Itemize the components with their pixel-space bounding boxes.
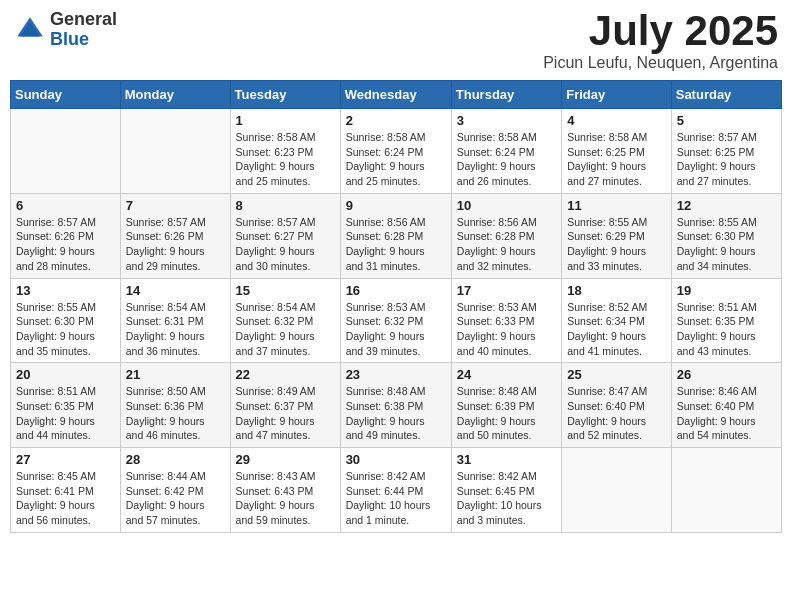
day-number: 5 (677, 113, 776, 128)
day-number: 3 (457, 113, 556, 128)
calendar-cell: 7Sunrise: 8:57 AM Sunset: 6:26 PM Daylig… (120, 193, 230, 278)
calendar-cell (120, 109, 230, 194)
cell-content: Sunrise: 8:57 AM Sunset: 6:26 PM Dayligh… (16, 215, 115, 274)
cell-content: Sunrise: 8:58 AM Sunset: 6:25 PM Dayligh… (567, 130, 666, 189)
calendar-cell: 11Sunrise: 8:55 AM Sunset: 6:29 PM Dayli… (562, 193, 672, 278)
calendar-cell: 2Sunrise: 8:58 AM Sunset: 6:24 PM Daylig… (340, 109, 451, 194)
cell-content: Sunrise: 8:47 AM Sunset: 6:40 PM Dayligh… (567, 384, 666, 443)
header: General Blue July 2025 Picun Leufu, Neuq… (10, 10, 782, 72)
cell-content: Sunrise: 8:45 AM Sunset: 6:41 PM Dayligh… (16, 469, 115, 528)
calendar-header-row: SundayMondayTuesdayWednesdayThursdayFrid… (11, 81, 782, 109)
cell-content: Sunrise: 8:57 AM Sunset: 6:25 PM Dayligh… (677, 130, 776, 189)
weekday-header-saturday: Saturday (671, 81, 781, 109)
cell-content: Sunrise: 8:51 AM Sunset: 6:35 PM Dayligh… (16, 384, 115, 443)
day-number: 15 (236, 283, 335, 298)
calendar-cell: 23Sunrise: 8:48 AM Sunset: 6:38 PM Dayli… (340, 363, 451, 448)
logo-text: General Blue (50, 10, 117, 50)
cell-content: Sunrise: 8:54 AM Sunset: 6:32 PM Dayligh… (236, 300, 335, 359)
calendar-cell: 17Sunrise: 8:53 AM Sunset: 6:33 PM Dayli… (451, 278, 561, 363)
calendar-cell: 4Sunrise: 8:58 AM Sunset: 6:25 PM Daylig… (562, 109, 672, 194)
calendar-table: SundayMondayTuesdayWednesdayThursdayFrid… (10, 80, 782, 533)
calendar-cell: 25Sunrise: 8:47 AM Sunset: 6:40 PM Dayli… (562, 363, 672, 448)
day-number: 8 (236, 198, 335, 213)
day-number: 12 (677, 198, 776, 213)
title-area: July 2025 Picun Leufu, Neuquen, Argentin… (543, 10, 778, 72)
day-number: 27 (16, 452, 115, 467)
day-number: 18 (567, 283, 666, 298)
day-number: 24 (457, 367, 556, 382)
day-number: 23 (346, 367, 446, 382)
location-subtitle: Picun Leufu, Neuquen, Argentina (543, 54, 778, 72)
cell-content: Sunrise: 8:58 AM Sunset: 6:24 PM Dayligh… (457, 130, 556, 189)
cell-content: Sunrise: 8:50 AM Sunset: 6:36 PM Dayligh… (126, 384, 225, 443)
cell-content: Sunrise: 8:53 AM Sunset: 6:33 PM Dayligh… (457, 300, 556, 359)
calendar-cell: 24Sunrise: 8:48 AM Sunset: 6:39 PM Dayli… (451, 363, 561, 448)
cell-content: Sunrise: 8:55 AM Sunset: 6:30 PM Dayligh… (677, 215, 776, 274)
calendar-week-row: 13Sunrise: 8:55 AM Sunset: 6:30 PM Dayli… (11, 278, 782, 363)
weekday-header-tuesday: Tuesday (230, 81, 340, 109)
calendar-cell: 14Sunrise: 8:54 AM Sunset: 6:31 PM Dayli… (120, 278, 230, 363)
calendar-cell: 22Sunrise: 8:49 AM Sunset: 6:37 PM Dayli… (230, 363, 340, 448)
day-number: 21 (126, 367, 225, 382)
calendar-cell: 16Sunrise: 8:53 AM Sunset: 6:32 PM Dayli… (340, 278, 451, 363)
calendar-cell (562, 448, 672, 533)
cell-content: Sunrise: 8:53 AM Sunset: 6:32 PM Dayligh… (346, 300, 446, 359)
cell-content: Sunrise: 8:58 AM Sunset: 6:23 PM Dayligh… (236, 130, 335, 189)
day-number: 9 (346, 198, 446, 213)
cell-content: Sunrise: 8:42 AM Sunset: 6:44 PM Dayligh… (346, 469, 446, 528)
calendar-cell: 1Sunrise: 8:58 AM Sunset: 6:23 PM Daylig… (230, 109, 340, 194)
calendar-cell: 3Sunrise: 8:58 AM Sunset: 6:24 PM Daylig… (451, 109, 561, 194)
cell-content: Sunrise: 8:49 AM Sunset: 6:37 PM Dayligh… (236, 384, 335, 443)
day-number: 1 (236, 113, 335, 128)
calendar-week-row: 20Sunrise: 8:51 AM Sunset: 6:35 PM Dayli… (11, 363, 782, 448)
cell-content: Sunrise: 8:46 AM Sunset: 6:40 PM Dayligh… (677, 384, 776, 443)
calendar-cell: 27Sunrise: 8:45 AM Sunset: 6:41 PM Dayli… (11, 448, 121, 533)
cell-content: Sunrise: 8:48 AM Sunset: 6:38 PM Dayligh… (346, 384, 446, 443)
cell-content: Sunrise: 8:48 AM Sunset: 6:39 PM Dayligh… (457, 384, 556, 443)
day-number: 28 (126, 452, 225, 467)
cell-content: Sunrise: 8:43 AM Sunset: 6:43 PM Dayligh… (236, 469, 335, 528)
weekday-header-friday: Friday (562, 81, 672, 109)
day-number: 19 (677, 283, 776, 298)
weekday-header-thursday: Thursday (451, 81, 561, 109)
day-number: 16 (346, 283, 446, 298)
day-number: 25 (567, 367, 666, 382)
calendar-cell: 30Sunrise: 8:42 AM Sunset: 6:44 PM Dayli… (340, 448, 451, 533)
day-number: 31 (457, 452, 556, 467)
calendar-week-row: 27Sunrise: 8:45 AM Sunset: 6:41 PM Dayli… (11, 448, 782, 533)
day-number: 6 (16, 198, 115, 213)
calendar-cell: 29Sunrise: 8:43 AM Sunset: 6:43 PM Dayli… (230, 448, 340, 533)
day-number: 10 (457, 198, 556, 213)
calendar-cell: 20Sunrise: 8:51 AM Sunset: 6:35 PM Dayli… (11, 363, 121, 448)
logo-general-text: General (50, 10, 117, 30)
calendar-cell: 10Sunrise: 8:56 AM Sunset: 6:28 PM Dayli… (451, 193, 561, 278)
calendar-cell: 19Sunrise: 8:51 AM Sunset: 6:35 PM Dayli… (671, 278, 781, 363)
calendar-cell: 8Sunrise: 8:57 AM Sunset: 6:27 PM Daylig… (230, 193, 340, 278)
cell-content: Sunrise: 8:54 AM Sunset: 6:31 PM Dayligh… (126, 300, 225, 359)
cell-content: Sunrise: 8:56 AM Sunset: 6:28 PM Dayligh… (457, 215, 556, 274)
cell-content: Sunrise: 8:57 AM Sunset: 6:26 PM Dayligh… (126, 215, 225, 274)
calendar-cell: 31Sunrise: 8:42 AM Sunset: 6:45 PM Dayli… (451, 448, 561, 533)
calendar-week-row: 6Sunrise: 8:57 AM Sunset: 6:26 PM Daylig… (11, 193, 782, 278)
cell-content: Sunrise: 8:51 AM Sunset: 6:35 PM Dayligh… (677, 300, 776, 359)
cell-content: Sunrise: 8:58 AM Sunset: 6:24 PM Dayligh… (346, 130, 446, 189)
cell-content: Sunrise: 8:44 AM Sunset: 6:42 PM Dayligh… (126, 469, 225, 528)
day-number: 13 (16, 283, 115, 298)
day-number: 30 (346, 452, 446, 467)
cell-content: Sunrise: 8:55 AM Sunset: 6:29 PM Dayligh… (567, 215, 666, 274)
cell-content: Sunrise: 8:57 AM Sunset: 6:27 PM Dayligh… (236, 215, 335, 274)
calendar-cell: 15Sunrise: 8:54 AM Sunset: 6:32 PM Dayli… (230, 278, 340, 363)
day-number: 11 (567, 198, 666, 213)
calendar-cell: 6Sunrise: 8:57 AM Sunset: 6:26 PM Daylig… (11, 193, 121, 278)
logo: General Blue (14, 10, 117, 50)
calendar-cell: 9Sunrise: 8:56 AM Sunset: 6:28 PM Daylig… (340, 193, 451, 278)
calendar-cell: 5Sunrise: 8:57 AM Sunset: 6:25 PM Daylig… (671, 109, 781, 194)
day-number: 7 (126, 198, 225, 213)
day-number: 17 (457, 283, 556, 298)
cell-content: Sunrise: 8:56 AM Sunset: 6:28 PM Dayligh… (346, 215, 446, 274)
weekday-header-sunday: Sunday (11, 81, 121, 109)
calendar-cell (11, 109, 121, 194)
weekday-header-wednesday: Wednesday (340, 81, 451, 109)
day-number: 4 (567, 113, 666, 128)
calendar-week-row: 1Sunrise: 8:58 AM Sunset: 6:23 PM Daylig… (11, 109, 782, 194)
